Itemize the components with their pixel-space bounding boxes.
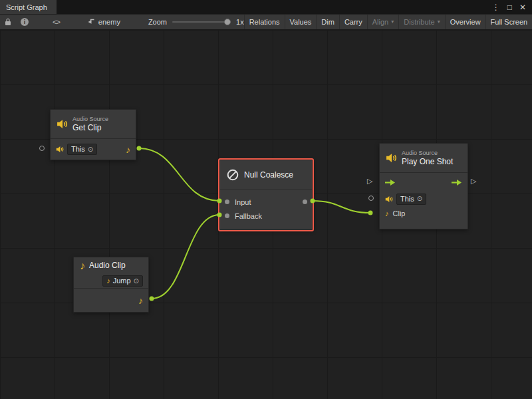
tab-spacer xyxy=(57,0,492,14)
node-title: Null Coalesce xyxy=(244,170,293,180)
target-object-field[interactable]: This ⊙ xyxy=(396,194,426,205)
control-output-port[interactable] xyxy=(452,179,462,186)
audio-clip-icon: ♪ xyxy=(80,261,85,271)
target-port-row: This ⊙ ♪ xyxy=(51,139,136,160)
node-title: Play One Shot xyxy=(402,157,453,167)
tab-script-graph[interactable]: Script Graph xyxy=(0,0,57,14)
node-audio-clip[interactable]: ♪ Audio Clip ♪ Jump ⊙ ♪ xyxy=(73,257,149,313)
lock-icon[interactable] xyxy=(0,15,16,29)
node-get-clip[interactable]: Audio Source Get Clip This ⊙ ♪ xyxy=(50,109,136,160)
info-icon[interactable]: i xyxy=(16,15,33,29)
overview-button[interactable]: Overview xyxy=(445,15,485,29)
unconnected-input-port[interactable] xyxy=(39,146,45,151)
graph-canvas[interactable]: Audio Source Get Clip This ⊙ ♪ Null Coal… xyxy=(0,30,532,399)
speaker-icon xyxy=(56,146,64,153)
chevron-down-icon: ▾ xyxy=(438,19,440,25)
object-picker-icon: ⊙ xyxy=(88,146,93,153)
clip-value: Jump xyxy=(113,277,131,285)
unconnected-input-port[interactable] xyxy=(368,196,374,201)
music-note-icon: ♪ xyxy=(106,277,110,285)
graph-name: enemy xyxy=(98,18,120,26)
tab-title: Script Graph xyxy=(6,3,47,11)
zoom-slider-handle[interactable] xyxy=(224,19,231,25)
node-category: Audio Source xyxy=(72,116,108,123)
relations-button[interactable]: Relations xyxy=(244,15,285,29)
window-close-icon[interactable]: ✕ xyxy=(519,3,526,11)
graph-breadcrumb[interactable]: enemy xyxy=(87,18,120,26)
audio-source-icon xyxy=(57,119,68,129)
result-output-port[interactable] xyxy=(303,200,307,204)
fallback-port-label: Fallback xyxy=(235,212,262,220)
carry-button[interactable]: Carry xyxy=(339,15,367,29)
values-button[interactable]: Values xyxy=(285,15,317,29)
target-port-row: This ⊙ xyxy=(380,192,467,206)
window-maximize-icon[interactable]: □ xyxy=(507,3,512,11)
tab-bar: Script Graph ⋮ □ ✕ xyxy=(0,0,532,14)
node-header: Null Coalesce xyxy=(220,160,312,190)
window-menu-icon[interactable]: ⋮ xyxy=(492,3,500,11)
audio-source-icon xyxy=(386,153,397,163)
full-screen-button[interactable]: Full Screen xyxy=(485,15,532,29)
input-port-row: Input xyxy=(220,195,312,209)
node-header: Audio Source Get Clip xyxy=(51,110,136,138)
align-button[interactable]: Align ▾ xyxy=(367,15,398,29)
chevron-down-icon: ▾ xyxy=(391,19,394,25)
null-coalesce-icon xyxy=(226,168,239,182)
object-picker-icon: ⊙ xyxy=(417,196,422,202)
input-port-label: Input xyxy=(235,198,251,206)
code-icon[interactable]: <> xyxy=(48,15,65,29)
output-port-row: ♪ xyxy=(74,289,148,312)
node-title: Audio Clip xyxy=(89,261,126,271)
node-header: ♪ Audio Clip xyxy=(74,257,148,274)
node-title: Get Clip xyxy=(72,123,108,133)
node-null-coalesce[interactable]: Null Coalesce Input Fallback xyxy=(219,160,313,230)
clip-port-row: ♪ Clip xyxy=(380,206,467,221)
audioclip-type-icon: ♪ xyxy=(385,210,389,217)
distribute-button[interactable]: Distribute ▾ xyxy=(398,15,444,29)
audioclip-output-port[interactable]: ♪ xyxy=(126,145,130,154)
zoom-slider[interactable] xyxy=(172,21,231,23)
input-port[interactable] xyxy=(225,200,229,204)
fallback-port-row: Fallback xyxy=(220,209,312,223)
target-value: This xyxy=(71,145,85,154)
graph-toolbar: i <> enemy Zoom 1x Relations Values Dim … xyxy=(0,14,532,30)
speaker-icon xyxy=(385,196,393,203)
clip-value-row: ♪ Jump ⊙ xyxy=(74,274,148,288)
audioclip-output-port[interactable]: ♪ xyxy=(138,296,143,305)
node-header: Audio Source Play One Shot xyxy=(380,144,467,172)
node-category: Audio Source xyxy=(402,150,453,157)
control-in-triangle-port[interactable]: ▷ xyxy=(367,178,372,185)
clip-port-label: Clip xyxy=(393,209,406,217)
zoom-label: Zoom xyxy=(148,18,167,26)
dim-button[interactable]: Dim xyxy=(316,15,339,29)
script-graph-asset-icon xyxy=(87,19,95,25)
target-object-field[interactable]: This ⊙ xyxy=(67,144,97,155)
node-play-one-shot[interactable]: Audio Source Play One Shot This ⊙ ♪ Clip xyxy=(379,143,468,229)
control-flow-row xyxy=(380,173,467,192)
target-value: This xyxy=(400,195,414,203)
fallback-port[interactable] xyxy=(225,213,229,218)
object-picker-icon: ⊙ xyxy=(134,278,139,285)
zoom-value: 1x xyxy=(236,18,244,26)
control-out-triangle-port[interactable]: ▷ xyxy=(471,178,476,185)
control-input-port[interactable] xyxy=(385,179,396,186)
audio-clip-field[interactable]: ♪ Jump ⊙ xyxy=(102,275,143,287)
